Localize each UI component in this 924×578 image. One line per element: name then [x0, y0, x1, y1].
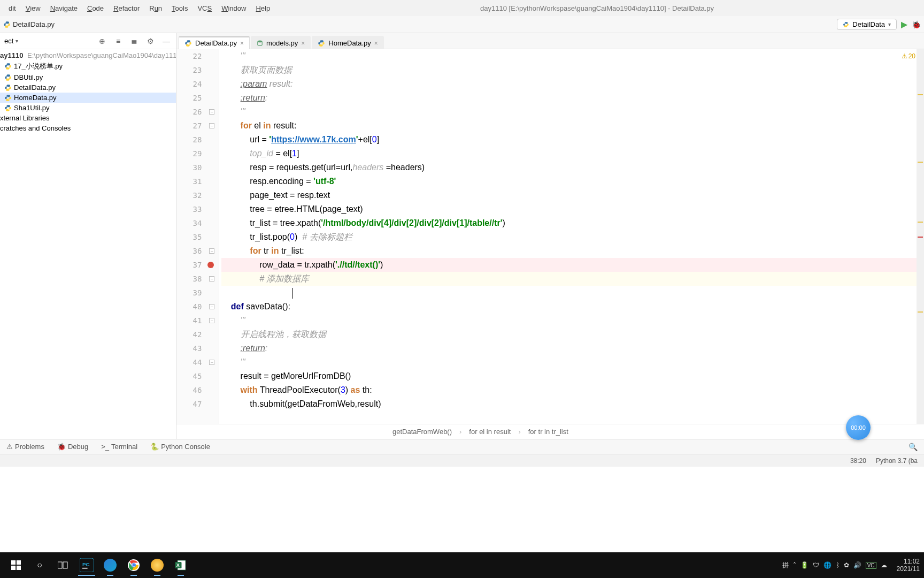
- menu-view[interactable]: View: [21, 3, 45, 13]
- close-icon[interactable]: ×: [301, 40, 305, 47]
- menu-help[interactable]: Help: [251, 3, 274, 13]
- menu-navigate[interactable]: Navigate: [46, 3, 82, 13]
- code-line[interactable]: url = 'https://www.17k.com'+el[0]: [221, 133, 924, 147]
- code-line[interactable]: tr_list.pop(0) # 去除标题栏: [221, 230, 924, 244]
- tray-chevron-icon[interactable]: ˄: [793, 561, 796, 569]
- timer-widget[interactable]: 00:00: [846, 415, 871, 440]
- menu-code[interactable]: Code: [83, 3, 108, 13]
- tray-vm-icon[interactable]: VC: [866, 562, 876, 569]
- breadcrumb-item[interactable]: getDataFromWeb(): [392, 428, 452, 436]
- taskbar-clock[interactable]: 11:02 2021/11: [897, 558, 920, 573]
- project-label[interactable]: ect: [4, 37, 13, 45]
- code-line[interactable]: row_data = tr.xpath('.//td//text()'): [221, 258, 924, 272]
- code-line[interactable]: resp = requests.get(url=url,headers =hea…: [221, 161, 924, 174]
- bottom-tool-tab[interactable]: 🐍Python Console: [150, 443, 210, 451]
- fold-toggle[interactable]: –: [209, 318, 214, 323]
- project-node[interactable]: cratches and Consoles: [0, 123, 176, 133]
- run-config-combo[interactable]: DetailData ▾: [837, 19, 897, 30]
- bottom-tool-tab[interactable]: ⚠Problems: [6, 443, 44, 451]
- fold-toggle[interactable]: –: [209, 248, 214, 254]
- editor[interactable]: ⚠ 20 2223242526–27–282930313233343536–37…: [176, 49, 924, 424]
- expand-icon[interactable]: ≡: [113, 36, 124, 47]
- close-icon[interactable]: ×: [240, 40, 244, 47]
- code-line[interactable]: :return:: [221, 341, 924, 355]
- tray-net-icon[interactable]: 🌐: [823, 561, 831, 569]
- code-line[interactable]: [221, 286, 924, 300]
- menu-vcs[interactable]: VCS: [193, 3, 216, 13]
- code-line[interactable]: ''': [221, 49, 924, 63]
- bottom-tool-tab[interactable]: >_Terminal: [101, 443, 137, 451]
- code-line[interactable]: resp.encoding = 'utf-8': [221, 174, 924, 188]
- editor-tab[interactable]: models.py×: [251, 36, 311, 49]
- collapse-icon[interactable]: ≣: [129, 36, 140, 47]
- editor-tab[interactable]: DetailData.py×: [179, 36, 250, 49]
- code-line[interactable]: :return:: [221, 91, 924, 105]
- hide-icon[interactable]: —: [161, 36, 172, 47]
- code-line[interactable]: ''': [221, 105, 924, 119]
- gear-icon[interactable]: ⚙: [145, 36, 156, 47]
- project-file[interactable]: DBUtil.py: [0, 72, 176, 82]
- code-line[interactable]: ''': [221, 355, 924, 369]
- tray-shield-icon[interactable]: 🛡: [813, 561, 819, 569]
- code-line[interactable]: top_id = el[1]: [221, 147, 924, 161]
- menu-file[interactable]: dit: [4, 3, 20, 13]
- code-line[interactable]: page_text = resp.text: [221, 188, 924, 202]
- warnings-badge[interactable]: ⚠ 20: [902, 52, 915, 60]
- editor-tab[interactable]: HomeData.py×: [312, 36, 384, 49]
- taskbar-excel[interactable]: X: [169, 554, 192, 576]
- menu-window[interactable]: Window: [217, 3, 250, 13]
- breakpoint-icon[interactable]: [207, 262, 214, 268]
- code-line[interactable]: 开启线程池，获取数据: [221, 328, 924, 341]
- breadcrumb-item[interactable]: for tr in tr_list: [528, 428, 568, 436]
- taskbar-chrome[interactable]: [122, 554, 145, 576]
- search-icon[interactable]: 🔍: [908, 443, 918, 451]
- code-line[interactable]: 获取页面数据: [221, 63, 924, 77]
- bottom-tool-tab[interactable]: 🐞Debug: [57, 443, 88, 451]
- taskbar-app2[interactable]: [98, 554, 122, 576]
- tray-cloud-icon[interactable]: ☁: [881, 561, 887, 569]
- menu-run[interactable]: Run: [145, 3, 166, 13]
- code-line[interactable]: with ThreadPoolExecutor(3) as th:: [221, 383, 924, 397]
- main-menu[interactable]: dit View Navigate Code Refactor Run Tool…: [4, 3, 274, 13]
- project-file[interactable]: DetailData.py: [0, 82, 176, 93]
- code-line[interactable]: def saveData():: [221, 300, 924, 314]
- taskbar-app4[interactable]: [145, 554, 169, 576]
- code-line[interactable]: ''': [221, 314, 924, 328]
- project-root[interactable]: ay1110 E:\pythonWorkspase\guangCaiMao190…: [0, 50, 176, 60]
- code-line[interactable]: result = getMoreUrlFromDB(): [221, 369, 924, 383]
- breadcrumb[interactable]: getDataFromWeb()›for el in result›for tr…: [176, 424, 924, 439]
- tray-volume-icon[interactable]: 🔊: [853, 561, 861, 569]
- fold-toggle[interactable]: –: [209, 123, 214, 128]
- search-button[interactable]: ○: [28, 554, 51, 576]
- locate-icon[interactable]: ⊕: [97, 36, 107, 47]
- taskview-button[interactable]: [51, 554, 75, 576]
- project-file[interactable]: Sha1Util.py: [0, 103, 176, 113]
- debug-button[interactable]: 🐞: [912, 20, 921, 29]
- fold-toggle[interactable]: –: [209, 109, 214, 115]
- fold-toggle[interactable]: –: [209, 360, 214, 365]
- scrollbar[interactable]: [917, 49, 924, 424]
- code-line[interactable]: tree = etree.HTML(page_text): [221, 202, 924, 216]
- menu-refactor[interactable]: Refactor: [109, 3, 144, 13]
- taskbar-pycharm[interactable]: PC: [75, 554, 98, 576]
- tray-bt-icon[interactable]: ᛒ: [836, 561, 840, 569]
- code-line[interactable]: :param result:: [221, 77, 924, 91]
- tray-icon[interactable]: 🔋: [800, 561, 808, 569]
- code-line[interactable]: for el in result:: [221, 119, 924, 133]
- breadcrumb-item[interactable]: for el in result: [469, 428, 511, 436]
- ime-indicator[interactable]: 拼: [782, 561, 789, 570]
- close-icon[interactable]: ×: [374, 40, 378, 47]
- start-button[interactable]: [4, 554, 28, 576]
- interpreter-label[interactable]: Python 3.7 (ba: [876, 457, 918, 465]
- code-line[interactable]: # 添加数据库: [221, 272, 924, 286]
- tray-flower-icon[interactable]: ✿: [844, 561, 849, 569]
- fold-toggle[interactable]: –: [209, 304, 214, 309]
- nav-crumb[interactable]: DetailData.py: [3, 20, 55, 28]
- menu-tools[interactable]: Tools: [167, 3, 192, 13]
- fold-toggle[interactable]: –: [209, 276, 214, 282]
- code-line[interactable]: tr_list = tree.xpath('/html/body/div[4]/…: [221, 216, 924, 230]
- project-file[interactable]: HomeData.py: [0, 93, 176, 103]
- run-button[interactable]: ▶: [901, 19, 907, 29]
- code-line[interactable]: for tr in tr_list:: [221, 244, 924, 258]
- project-node[interactable]: xternal Libraries: [0, 113, 176, 123]
